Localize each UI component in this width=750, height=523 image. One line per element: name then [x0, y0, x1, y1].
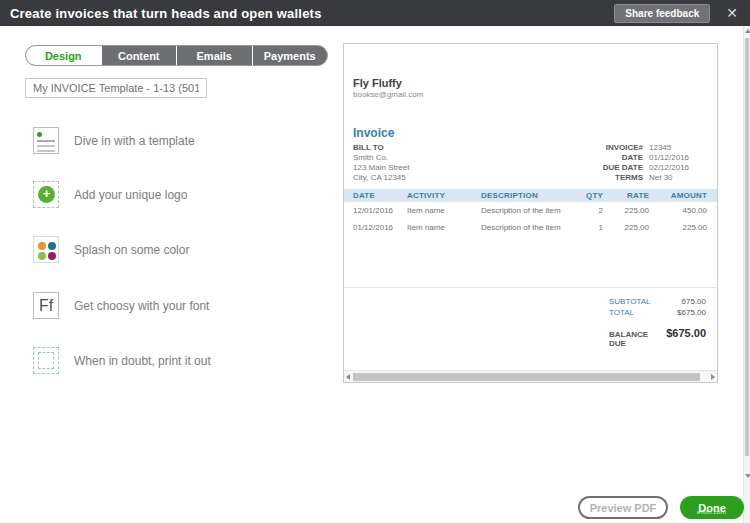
- meta-value: 02/12/2016: [649, 163, 695, 173]
- tab-emails[interactable]: Emails: [177, 46, 253, 65]
- col-header: QTY: [571, 191, 603, 200]
- modal-header: Create invoices that turn heads and open…: [0, 0, 750, 26]
- company-name: Fly Fluffy: [353, 77, 423, 89]
- horizontal-scroll-thumb[interactable]: [353, 373, 700, 381]
- cell-activity: Item name: [407, 223, 481, 232]
- share-feedback-button[interactable]: Share feedback: [614, 4, 710, 23]
- feature-print[interactable]: When in doubt, print it out: [33, 347, 211, 374]
- col-header: RATE: [603, 191, 649, 200]
- total-label: TOTAL: [609, 307, 634, 318]
- cell-date: 01/12/2016: [353, 223, 407, 232]
- template-name-input[interactable]: [25, 78, 207, 98]
- col-header: DESCRIPTION: [481, 191, 571, 200]
- totals-divider: [344, 287, 717, 288]
- feature-label: Splash on some color: [74, 243, 189, 257]
- invoice-preview-panel[interactable]: Fly Fluffy bookse@gmail.com Invoice BILL…: [343, 43, 718, 383]
- modal-title: Create invoices that turn heads and open…: [10, 6, 322, 21]
- total-value: $675.00: [677, 307, 706, 318]
- feature-label: Add your unique logo: [74, 188, 187, 202]
- feature-label: Dive in with a template: [74, 134, 195, 148]
- meta-label: INVOICE#: [603, 143, 643, 153]
- balance-due-label: BALANCE DUE: [609, 330, 666, 348]
- done-button[interactable]: Done: [680, 496, 744, 519]
- meta-label: DUE DATE: [603, 163, 643, 173]
- meta-label: DATE: [603, 153, 643, 163]
- tab-design[interactable]: Design: [26, 46, 102, 65]
- preview-horizontal-scrollbar[interactable]: [344, 370, 717, 382]
- line-items-table: DATE ACTIVITY DESCRIPTION QTY RATE AMOUN…: [344, 189, 717, 236]
- cell-qty: 1: [571, 223, 603, 232]
- bill-to-block: BILL TO Smith Co. 123 Main Street City, …: [353, 143, 409, 183]
- feature-logo[interactable]: + Add your unique logo: [33, 181, 187, 208]
- col-header: AMOUNT: [649, 191, 707, 200]
- subtotal-value: 675.00: [682, 296, 706, 307]
- feature-label: Get choosy with your font: [74, 299, 209, 313]
- scroll-left-icon[interactable]: [346, 374, 350, 380]
- company-email: bookse@gmail.com: [353, 90, 423, 99]
- col-header: DATE: [353, 191, 407, 200]
- meta-value: 12345: [649, 143, 695, 153]
- cell-qty: 2: [571, 206, 603, 215]
- balance-due-row: BALANCE DUE $675.00: [609, 327, 706, 348]
- bill-to-label: BILL TO: [353, 143, 409, 153]
- add-logo-icon: +: [33, 181, 59, 208]
- tab-content[interactable]: Content: [102, 46, 178, 65]
- cell-activity: Item name: [407, 206, 481, 215]
- preview-pdf-button[interactable]: Preview PDF: [578, 496, 668, 519]
- tab-bar: Design Content Emails Payments: [25, 45, 328, 66]
- cell-description: Description of the item: [481, 223, 571, 232]
- totals-block: SUBTOTAL 675.00 TOTAL $675.00 BALANCE DU…: [609, 296, 706, 348]
- balance-due-value: $675.00: [666, 327, 706, 339]
- print-margins-icon: [33, 347, 59, 374]
- tab-payments[interactable]: Payments: [253, 46, 328, 65]
- bill-to-line: 123 Main Street: [353, 163, 409, 173]
- watermark-text: ehtfn.com: [697, 509, 726, 515]
- table-header-row: DATE ACTIVITY DESCRIPTION QTY RATE AMOUN…: [344, 189, 717, 202]
- company-block: Fly Fluffy bookse@gmail.com: [353, 77, 423, 99]
- cell-date: 12/01/2016: [353, 206, 407, 215]
- meta-value: 01/12/2016: [649, 153, 695, 163]
- feature-color[interactable]: Splash on some color: [33, 236, 189, 263]
- table-row: 01/12/2016 Item name Description of the …: [344, 219, 717, 236]
- meta-value: Net 30: [649, 173, 695, 183]
- cell-description: Description of the item: [481, 206, 571, 215]
- subtotal-row: SUBTOTAL 675.00: [609, 296, 706, 307]
- page-vertical-scrollbar[interactable]: [743, 26, 750, 523]
- scroll-up-icon[interactable]: [745, 29, 750, 33]
- cell-rate: 225.00: [603, 223, 649, 232]
- table-row: 12/01/2016 Item name Description of the …: [344, 202, 717, 219]
- bill-to-line: Smith Co.: [353, 153, 409, 163]
- font-icon: Ff: [33, 292, 59, 319]
- feature-template[interactable]: Dive in with a template: [33, 127, 195, 154]
- bill-to-line: City, CA 12345: [353, 173, 409, 183]
- meta-label: TERMS: [603, 173, 643, 183]
- cell-amount: 450.00: [649, 206, 707, 215]
- feature-font[interactable]: Ff Get choosy with your font: [33, 292, 209, 319]
- col-header: ACTIVITY: [407, 191, 481, 200]
- close-icon[interactable]: ✕: [726, 6, 738, 20]
- cell-rate: 225.00: [603, 206, 649, 215]
- cell-amount: 225.00: [649, 223, 707, 232]
- feature-label: When in doubt, print it out: [74, 354, 211, 368]
- color-palette-icon: [33, 236, 59, 263]
- total-row: TOTAL $675.00: [609, 307, 706, 318]
- scroll-right-icon[interactable]: [711, 374, 715, 380]
- scroll-down-icon[interactable]: [745, 474, 750, 478]
- invoice-title: Invoice: [353, 126, 394, 140]
- vertical-scroll-thumb[interactable]: [745, 38, 749, 456]
- invoice-meta: INVOICE# 12345 DATE 01/12/2016 DUE DATE …: [603, 143, 695, 183]
- subtotal-label: SUBTOTAL: [609, 296, 651, 307]
- template-icon: [33, 127, 59, 154]
